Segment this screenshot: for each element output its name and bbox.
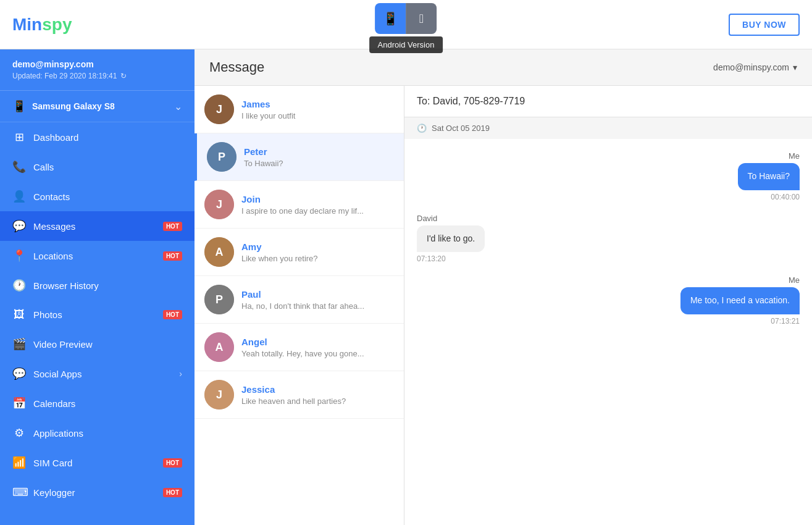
chevron-right-icon: › [179, 369, 182, 379]
svg-text:P: P [216, 293, 223, 306]
calendar-icon: 📅 [12, 397, 26, 410]
logo-part1: Min [12, 15, 42, 34]
sidebar-nav: ⊞ Dashboard 📞 Calls 👤 Contacts 💬 Message… [0, 122, 195, 525]
contact-preview: Like when you retire? [241, 254, 394, 263]
sidebar-item-photos[interactable]: 🖼 Photos HOT [0, 300, 195, 329]
social-icon: 💬 [12, 367, 26, 380]
buy-now-button[interactable]: BUY NOW [729, 14, 800, 36]
sidebar-item-contacts[interactable]: 👤 Contacts [0, 182, 195, 211]
content-area: Message demo@minspy.com ▾ J James I like… [195, 49, 812, 525]
contact-preview: Like heaven and hell parties? [241, 397, 394, 406]
message-time: 07:13:20 [417, 254, 446, 263]
device-info: 📱 Samsung Galaxy S8 [12, 99, 115, 113]
calls-icon: 📞 [12, 160, 26, 174]
hot-badge: HOT [163, 488, 182, 497]
sidebar-item-video-preview[interactable]: 🎬 Video Preview [0, 329, 195, 359]
message-bubble: Me too, I need a vacation. [680, 287, 800, 314]
contact-item-join[interactable]: J Join I aspire to one day declare my li… [195, 181, 404, 229]
contact-item-angel[interactable]: A Angel Yeah totally. Hey, have you gone… [195, 324, 404, 371]
chat-header: To: David, 705-829-7719 [404, 86, 812, 117]
android-tooltip: Android Version [369, 36, 443, 53]
sidebar-updated: Updated: Feb 29 2020 18:19:41 ↻ [12, 72, 182, 80]
sidebar: demo@minspy.com Updated: Feb 29 2020 18:… [0, 49, 195, 525]
messages-icon: 💬 [12, 219, 26, 233]
sidebar-item-locations[interactable]: 📍 Locations HOT [0, 241, 195, 271]
contact-info: Angel Yeah totally. Hey, have you gone..… [241, 337, 394, 358]
svg-text:A: A [216, 246, 224, 258]
sidebar-device[interactable]: 📱 Samsung Galaxy S8 ⌄ [0, 91, 195, 122]
avatar: J [204, 94, 234, 124]
chat-date-divider: 🕐 Sat Oct 05 2019 [404, 117, 812, 139]
sidebar-item-calls[interactable]: 📞 Calls [0, 152, 195, 182]
sidebar-item-keylogger[interactable]: ⌨ Keylogger HOT [0, 477, 195, 507]
contact-item-amy[interactable]: A Amy Like when you retire? [195, 229, 404, 276]
contact-name: Paul [241, 289, 394, 300]
message-bubble: To Hawaii? [738, 163, 800, 190]
contact-item-peter[interactable]: P Peter To Hawaii? [195, 133, 404, 181]
sidebar-label: Applications [33, 428, 182, 439]
hot-badge: HOT [163, 222, 182, 231]
video-icon: 🎬 [12, 337, 26, 351]
content-header: Message demo@minspy.com ▾ [195, 49, 812, 86]
android-tab[interactable]: 📱 [375, 3, 406, 34]
svg-text:J: J [216, 103, 222, 116]
clock-icon: 🕐 [417, 124, 427, 133]
sidebar-label: Dashboard [33, 132, 182, 143]
sidebar-label: Video Preview [33, 339, 182, 350]
main-layout: demo@minspy.com Updated: Feb 29 2020 18:… [0, 49, 812, 525]
locations-icon: 📍 [12, 249, 26, 262]
sidebar-user-info: demo@minspy.com Updated: Feb 29 2020 18:… [0, 49, 195, 91]
refresh-icon[interactable]: ↻ [120, 72, 127, 80]
sidebar-item-sim-card[interactable]: 📶 SIM Card HOT [0, 448, 195, 477]
contact-preview: Ha, no, I don't think that far ahea... [241, 301, 394, 311]
avatar: J [204, 190, 234, 219]
hot-badge: HOT [163, 310, 182, 319]
browser-icon: 🕐 [12, 279, 26, 292]
avatar: A [204, 332, 234, 362]
avatar: A [204, 237, 234, 267]
contact-item-james[interactable]: J James I like your outfit [195, 86, 404, 133]
message-area: J James I like your outfit P Peter To Ha… [195, 86, 812, 525]
sidebar-item-browser-history[interactable]: 🕐 Browser History [0, 271, 195, 300]
contact-name: Angel [241, 337, 394, 347]
user-dropdown[interactable]: demo@minspy.com ▾ [713, 62, 797, 72]
hot-badge: HOT [163, 458, 182, 468]
platform-selector: 📱  Android Version [369, 0, 443, 53]
message-group-received-1: David I'd like to go. 07:13:20 [417, 214, 800, 264]
chat-date: Sat Oct 05 2019 [432, 124, 490, 133]
contact-info: Jessica Like heaven and hell parties? [241, 384, 394, 406]
sidebar-item-applications[interactable]: ⚙ Applications [0, 418, 195, 448]
logo-part2: spy [42, 15, 72, 34]
message-sender: Me [789, 151, 800, 161]
contact-info: Peter To Hawaii? [244, 146, 394, 168]
page-title: Message [209, 59, 264, 75]
chat-panel: To: David, 705-829-7719 🕐 Sat Oct 05 201… [404, 86, 812, 525]
sidebar-item-dashboard[interactable]: ⊞ Dashboard [0, 122, 195, 152]
avatar: P [204, 285, 234, 314]
dashboard-icon: ⊞ [12, 130, 26, 144]
svg-text:J: J [216, 198, 222, 211]
contact-list: J James I like your outfit P Peter To Ha… [195, 86, 404, 525]
sidebar-item-messages[interactable]: 💬 Messages HOT [0, 211, 195, 241]
keylogger-icon: ⌨ [12, 485, 26, 499]
logo: Minspy [12, 15, 72, 35]
sidebar-item-calendars[interactable]: 📅 Calendars [0, 388, 195, 418]
contact-info: Join I aspire to one day declare my lif.… [241, 194, 394, 216]
contact-preview: I like your outfit [241, 111, 394, 120]
svg-text:P: P [218, 151, 225, 163]
contact-item-paul[interactable]: P Paul Ha, no, I don't think that far ah… [195, 276, 404, 324]
contact-name: Join [241, 194, 394, 204]
contact-item-jessica[interactable]: J Jessica Like heaven and hell parties? [195, 371, 404, 419]
sidebar-label: Social Apps [33, 369, 172, 379]
svg-text:A: A [216, 341, 224, 353]
message-time: 07:13:21 [771, 317, 800, 326]
avatar: J [204, 380, 234, 410]
sidebar-label: Locations [33, 251, 153, 261]
sidebar-item-social-apps[interactable]: 💬 Social Apps › [0, 359, 195, 388]
contact-name: Peter [244, 146, 394, 157]
contact-preview: Yeah totally. Hey, have you gone... [241, 349, 394, 358]
svg-text:J: J [216, 388, 222, 401]
contact-name: Amy [241, 242, 394, 252]
avatar: P [207, 142, 236, 172]
ios-tab[interactable]:  [406, 3, 437, 34]
